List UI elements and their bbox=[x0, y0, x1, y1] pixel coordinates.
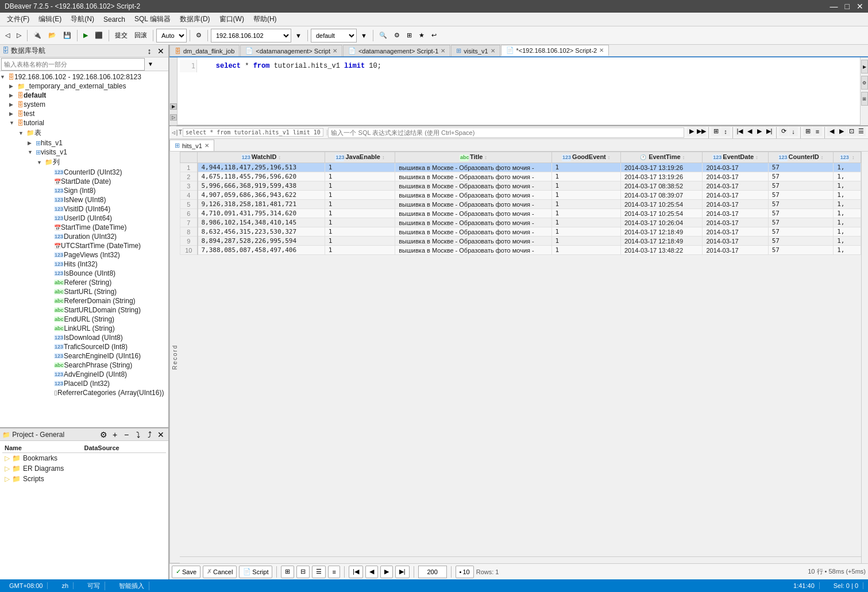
tree-item-StartTime[interactable]: 📅 StartTime (DateTime) bbox=[0, 223, 168, 232]
db-nav-sync[interactable]: ↕ bbox=[144, 46, 155, 56]
nav-first-btn[interactable]: ⊞ bbox=[281, 566, 294, 578]
project-settings[interactable]: ⚙ bbox=[98, 430, 109, 440]
toolbar-commit[interactable]: 提交 bbox=[112, 29, 130, 42]
nav-left-btn[interactable]: ◀ bbox=[827, 127, 836, 136]
tab-datamgmt2-close[interactable]: ✕ bbox=[441, 48, 445, 54]
page-size-input[interactable]: 200 bbox=[418, 566, 447, 578]
toolbar-zoom[interactable]: Auto bbox=[156, 29, 187, 42]
action-btn-1[interactable]: ▶ bbox=[170, 103, 177, 110]
tree-expand-tutorial[interactable]: ▼ bbox=[9, 120, 17, 126]
result-tab-close[interactable]: ✕ bbox=[205, 142, 209, 149]
sql-current-query[interactable]: select * from tutorial.hits_v1 limit 10 bbox=[183, 128, 323, 137]
horizontal-scrollbar[interactable] bbox=[180, 556, 861, 563]
nav-del-btn[interactable]: ≡ bbox=[328, 566, 340, 578]
page-next-btn[interactable]: ▶ bbox=[380, 566, 393, 578]
refresh-btn[interactable]: ⟳ bbox=[779, 127, 788, 136]
tree-expand-conn[interactable]: ▼ bbox=[0, 74, 8, 80]
table-row[interactable]: 8 8,632,456,315,223,530,327 1 вышивка в … bbox=[180, 227, 861, 237]
tree-item-tutorial[interactable]: ▼🗄 tutorial bbox=[0, 118, 168, 127]
db-search-input[interactable] bbox=[1, 58, 145, 71]
tree-item-CounterID[interactable]: 123 CounterID (UInt32) bbox=[0, 168, 168, 177]
toolbar-new-conn[interactable]: 🔌 bbox=[30, 29, 44, 42]
tree-item-PageViews[interactable]: 123 PageViews (Int32) bbox=[0, 250, 168, 260]
toolbar-save[interactable]: 💾 bbox=[60, 29, 74, 42]
project-bookmarks[interactable]: ▷ 📁 Bookmarks bbox=[2, 453, 166, 463]
table-row[interactable]: 9 8,894,287,528,226,995,594 1 вышивка в … bbox=[180, 237, 861, 246]
col-watchid[interactable]: 123WatchID ↕ bbox=[198, 152, 325, 163]
tab-datamgmt2[interactable]: 📄 <datamanagement> Script-1 ✕ bbox=[343, 45, 450, 56]
data-grid[interactable]: 123WatchID ↕ 123JavaEnable ↕ abcTitle bbox=[180, 152, 861, 556]
tree-item-system[interactable]: ▶🗄 system bbox=[0, 100, 168, 109]
tree-item-conn[interactable]: ▼🗄 192.168.106.102 - 192.168.106.102:812… bbox=[0, 72, 168, 82]
toolbar-extra[interactable]: ↩ bbox=[429, 29, 439, 42]
tree-item-IsBounce[interactable]: 123 IsBounce (UInt8) bbox=[0, 269, 168, 278]
table-row[interactable]: 3 5,996,666,368,919,599,438 1 вышивка в … bbox=[180, 181, 861, 191]
table-row[interactable]: 10 7,388,085,087,458,497,406 1 вышивка в… bbox=[180, 246, 861, 255]
tree-item-AdvEngineID[interactable]: 123 AdvEngineID (UInt8) bbox=[0, 370, 168, 379]
side-btn-3[interactable]: ⊞ bbox=[861, 92, 868, 106]
grid-view-btn[interactable]: ⊡ bbox=[847, 127, 856, 136]
tree-expand-cols[interactable]: ▼ bbox=[37, 160, 45, 165]
tree-expand-visits_v1[interactable]: ▼ bbox=[28, 149, 36, 155]
tree-item-temp[interactable]: ▶📁 _temporary_and_external_tables bbox=[0, 82, 168, 91]
toolbar-search[interactable]: 🔍 bbox=[376, 29, 390, 42]
table-row[interactable]: 6 4,710,091,431,795,314,620 1 вышивка в … bbox=[180, 209, 861, 218]
eventtime-sort-icon[interactable]: ↕ bbox=[682, 154, 685, 160]
project-import[interactable]: ⤵ bbox=[133, 430, 143, 440]
vertical-scrollbar[interactable] bbox=[861, 152, 868, 563]
tab-visits[interactable]: ⊞ visits_v1 ✕ bbox=[451, 45, 500, 56]
toolbar-run[interactable]: ▶ bbox=[80, 29, 91, 42]
toolbar-bookmark[interactable]: ★ bbox=[416, 29, 427, 42]
project-remove[interactable]: − bbox=[121, 430, 132, 440]
database-selector[interactable]: default bbox=[311, 29, 357, 42]
filter-btn[interactable]: ⊞ bbox=[711, 127, 720, 136]
tree-item-RefererDomain[interactable]: abc RefererDomain (String) bbox=[0, 296, 168, 305]
menu-sql[interactable]: SQL 编辑器 bbox=[130, 13, 175, 25]
col-eventdate[interactable]: 123EventDate ↕ bbox=[703, 152, 768, 163]
tree-item-UserID[interactable]: 123 UserID (UInt64) bbox=[0, 214, 168, 223]
menu-nav[interactable]: 导航(N) bbox=[66, 13, 99, 25]
toolbar-tx-level[interactable]: ⚙ bbox=[193, 29, 205, 42]
table-row[interactable]: 4 4,907,059,686,366,943,622 1 вышивка в … bbox=[180, 191, 861, 200]
connection-selector[interactable]: 192.168.106.102 bbox=[211, 29, 291, 42]
col-settings-btn[interactable]: ≡ bbox=[813, 127, 822, 136]
rows-btn[interactable]: • 10 bbox=[456, 566, 474, 578]
next-page-btn[interactable]: ▶ bbox=[755, 127, 764, 136]
sql-code[interactable]: select * from tutorial.hits_v1 limit 10; bbox=[197, 60, 858, 72]
script-button[interactable]: 📄 Script bbox=[239, 566, 272, 578]
tree-item-tables[interactable]: ▼📁 表 bbox=[0, 127, 168, 138]
nav-prev2-btn[interactable]: ⊟ bbox=[296, 566, 310, 578]
sort-btn[interactable]: ↕ bbox=[721, 127, 730, 136]
col-extra[interactable]: 123 ↕ bbox=[834, 152, 861, 163]
toolbar-prefs[interactable]: ⊞ bbox=[404, 29, 415, 42]
tab-visits-close[interactable]: ✕ bbox=[491, 48, 495, 54]
action-btn-2[interactable]: ▷ bbox=[170, 114, 177, 121]
tree-item-StartDate[interactable]: 📅 StartDate (Date) bbox=[0, 177, 168, 186]
run-query-btn[interactable]: ▶ bbox=[687, 127, 696, 136]
watchid-sort-icon[interactable]: ↕ bbox=[278, 154, 281, 160]
counterid-sort-icon[interactable]: ↕ bbox=[821, 154, 824, 160]
cancel-button[interactable]: ✗ Cancel bbox=[203, 566, 237, 578]
maximize-button[interactable]: □ bbox=[845, 2, 850, 11]
menu-search[interactable]: Search bbox=[99, 14, 130, 25]
close-button[interactable]: ✕ bbox=[857, 2, 863, 11]
last-page-btn[interactable]: ▶| bbox=[765, 127, 774, 136]
first-page-btn[interactable]: |◀ bbox=[735, 127, 744, 136]
tab-datamgmt1[interactable]: 📄 <datamanagement> Script ✕ bbox=[240, 45, 342, 56]
nav-add-btn[interactable]: ☰ bbox=[312, 566, 326, 578]
tab-script2[interactable]: 📄 *<192.168.106.102> Script-2 ✕ bbox=[501, 45, 609, 56]
page-prev-btn[interactable]: ◀ bbox=[365, 566, 378, 578]
javaenable-sort-icon[interactable]: ↕ bbox=[382, 154, 385, 160]
sql-filter-input[interactable] bbox=[328, 127, 684, 138]
eventdate-sort-icon[interactable]: ↕ bbox=[755, 154, 758, 160]
connection-arrow[interactable]: ▼ bbox=[292, 29, 304, 42]
table-row[interactable]: 2 4,675,118,455,796,596,620 1 вышивка в … bbox=[180, 172, 861, 181]
export-btn[interactable]: ↓ bbox=[789, 127, 798, 136]
toolbar-back[interactable]: ◁ bbox=[2, 29, 13, 42]
tree-item-SearchEngineID[interactable]: 123 SearchEngineID (UInt16) bbox=[0, 351, 168, 361]
tree-item-ReferrerCategories[interactable]: {} ReferrerCategories (Array(UInt16)) bbox=[0, 388, 168, 397]
menu-db[interactable]: 数据库(D) bbox=[175, 13, 215, 25]
table-view-btn[interactable]: ☰ bbox=[857, 127, 866, 136]
expand-btn[interactable]: ⊞ bbox=[803, 127, 812, 136]
minimize-button[interactable]: — bbox=[830, 2, 838, 11]
